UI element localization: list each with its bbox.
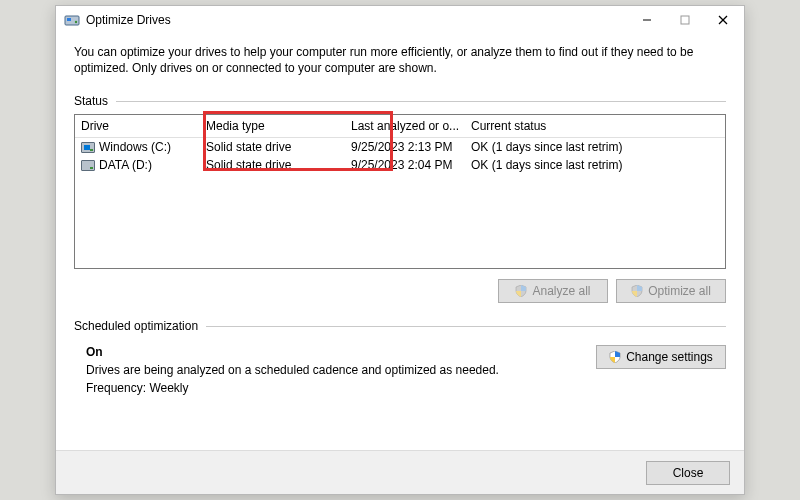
drives-list[interactable]: Drive Media type Last analyzed or o... C… [74, 114, 726, 269]
scheduled-desc: Drives are being analyzed on a scheduled… [86, 363, 596, 377]
drive-last: 9/25/2023 2:04 PM [351, 158, 471, 172]
freq-label: Frequency: [86, 381, 146, 395]
action-buttons: Analyze all Optimize all [74, 279, 726, 303]
scheduled-section-label: Scheduled optimization [74, 319, 726, 333]
scheduled-on: On [86, 345, 596, 359]
optimize-drives-window: Optimize Drives You can optimize your dr… [55, 5, 745, 495]
col-drive[interactable]: Drive [81, 119, 206, 133]
bottom-bar: Close [56, 450, 744, 494]
analyze-all-button[interactable]: Analyze all [498, 279, 608, 303]
scheduled-text: On Drives are being analyzed on a schedu… [86, 345, 596, 399]
maximize-button[interactable] [666, 7, 704, 33]
svg-point-2 [75, 21, 77, 23]
drive-name: DATA (D:) [99, 158, 152, 172]
scheduled-freq: Frequency: Weekly [86, 381, 596, 395]
drive-row[interactable]: Windows (C:) Solid state drive 9/25/2023… [75, 138, 725, 156]
divider [116, 101, 726, 102]
status-section-label: Status [74, 94, 726, 108]
close-button[interactable] [704, 7, 742, 33]
window-system-buttons [628, 7, 742, 33]
close-dialog-button[interactable]: Close [646, 461, 730, 485]
drive-row[interactable]: DATA (D:) Solid state drive 9/25/2023 2:… [75, 156, 725, 174]
intro-text: You can optimize your drives to help you… [74, 44, 726, 76]
button-label: Analyze all [532, 284, 590, 298]
window-title: Optimize Drives [86, 13, 628, 27]
drive-media: Solid state drive [206, 158, 351, 172]
drive-last: 9/25/2023 2:13 PM [351, 140, 471, 154]
drive-icon [81, 160, 95, 171]
optimize-all-button[interactable]: Optimize all [616, 279, 726, 303]
button-label: Change settings [626, 350, 713, 364]
drive-status: OK (1 days since last retrim) [471, 158, 719, 172]
titlebar: Optimize Drives [56, 6, 744, 34]
freq-value: Weekly [149, 381, 188, 395]
svg-rect-4 [681, 16, 689, 24]
svg-rect-1 [67, 18, 71, 21]
minimize-button[interactable] [628, 7, 666, 33]
scheduled-label: Scheduled optimization [74, 319, 198, 333]
app-icon [64, 12, 80, 28]
status-label: Status [74, 94, 108, 108]
col-status[interactable]: Current status [471, 119, 719, 133]
col-media[interactable]: Media type [206, 119, 351, 133]
content-area: You can optimize your drives to help you… [56, 34, 744, 399]
button-label: Optimize all [648, 284, 711, 298]
drive-media: Solid state drive [206, 140, 351, 154]
shield-icon [609, 351, 621, 363]
drive-status: OK (1 days since last retrim) [471, 140, 719, 154]
column-headers[interactable]: Drive Media type Last analyzed or o... C… [75, 115, 725, 138]
change-settings-button[interactable]: Change settings [596, 345, 726, 369]
col-last[interactable]: Last analyzed or o... [351, 119, 471, 133]
shield-icon [515, 285, 527, 297]
scheduled-body: On Drives are being analyzed on a schedu… [74, 339, 726, 399]
button-label: Close [673, 466, 704, 480]
shield-icon [631, 285, 643, 297]
drive-name: Windows (C:) [99, 140, 171, 154]
divider [206, 326, 726, 327]
drive-icon [81, 142, 95, 153]
